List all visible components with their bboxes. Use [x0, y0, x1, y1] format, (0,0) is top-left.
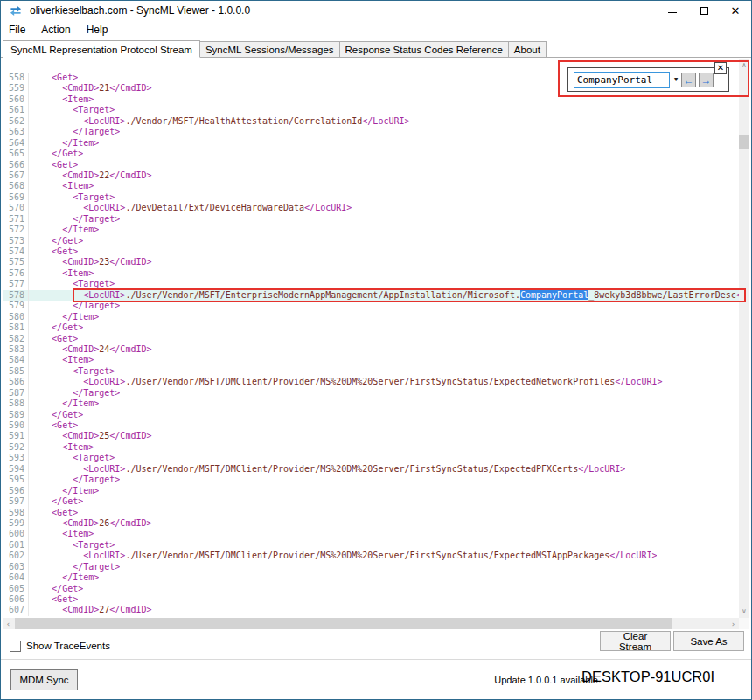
code-line-591[interactable]: 591 <CmdID>25</CmdID>: [3, 431, 739, 441]
code-line-604[interactable]: 604 </Item>: [3, 572, 739, 583]
code-line-590[interactable]: 590 <Get>: [3, 420, 739, 431]
line-number: 585: [3, 366, 29, 377]
find-previous-button[interactable]: ←: [681, 73, 696, 87]
search-match-selection: CompanyPortal: [520, 290, 588, 300]
code-line-600[interactable]: 600 <Item>: [3, 529, 739, 539]
menu-file[interactable]: File: [1, 21, 33, 38]
minimize-icon: [668, 12, 677, 13]
code-line-582[interactable]: 582 <Get>: [3, 334, 739, 344]
code-line-587[interactable]: 587 </Target>: [3, 388, 739, 399]
horizontal-scroll-thumb[interactable]: [15, 618, 672, 629]
code-line-592[interactable]: 592 <Item>: [3, 442, 739, 453]
minimize-button[interactable]: [657, 1, 688, 20]
tab-status-codes[interactable]: Response Status Codes Reference: [339, 41, 509, 57]
vertical-scrollbar[interactable]: ∧ ∨: [739, 59, 749, 618]
code-line-571[interactable]: 571 </Target>: [3, 214, 739, 225]
line-number: 565: [3, 149, 29, 159]
code-line-572[interactable]: 572 </Item>: [3, 225, 739, 235]
code-line-594[interactable]: 594 <LocURI>./User/Vendor/MSFT/DMClient/…: [3, 464, 739, 475]
code-line-606[interactable]: 606 <Get>: [3, 594, 739, 605]
code-line-578[interactable]: 578 <LocURI>./User/Vendor/MSFT/Enterpris…: [3, 290, 739, 301]
vertical-scroll-thumb[interactable]: [739, 135, 749, 149]
clear-stream-button[interactable]: Clear Stream: [600, 631, 671, 651]
find-panel: ▼ ← → ✕: [567, 67, 729, 92]
code-line-562[interactable]: 562 <LocURI>./Vendor/MSFT/HealthAttestat…: [3, 116, 739, 127]
code-text: <Item>: [29, 442, 94, 453]
scroll-down-icon[interactable]: ∨: [739, 605, 749, 618]
code-line-561[interactable]: 561 <Target>: [3, 105, 739, 115]
search-input[interactable]: [574, 72, 670, 88]
code-line-603[interactable]: 603 </Target>: [3, 562, 739, 572]
code-text: <Target>: [29, 105, 115, 115]
code-line-573[interactable]: 573 </Get>: [3, 236, 739, 246]
code-line-607[interactable]: 607 <CmdID>27</CmdID>: [3, 605, 739, 615]
code-line-580[interactable]: 580 </Item>: [3, 312, 739, 322]
code-line-596[interactable]: 596 </Item>: [3, 486, 739, 496]
code-line-605[interactable]: 605 </Get>: [3, 584, 739, 594]
code-line-589[interactable]: 589 </Get>: [3, 410, 739, 420]
line-number: 599: [3, 518, 29, 529]
code-line-564[interactable]: 564 </Item>: [3, 138, 739, 149]
code-line-593[interactable]: 593 <Target>: [3, 453, 739, 463]
maximize-button[interactable]: [688, 1, 720, 20]
code-line-599[interactable]: 599 <CmdID>26</CmdID>: [3, 518, 739, 529]
close-button[interactable]: ✕: [720, 1, 751, 20]
code-line-566[interactable]: 566 <Get>: [3, 160, 739, 170]
code-line-574[interactable]: 574 <Get>: [3, 246, 739, 257]
line-number: 572: [3, 225, 29, 235]
line-number: 577: [3, 279, 29, 289]
code-text: <Get>: [29, 160, 78, 170]
code-line-569[interactable]: 569 <Target>: [3, 192, 739, 203]
code-line-570[interactable]: 570 <LocURI>./DevDetail/Ext/DeviceHardwa…: [3, 203, 739, 213]
code-line-563[interactable]: 563 </Target>: [3, 127, 739, 137]
line-number: 606: [3, 594, 29, 605]
tab-about[interactable]: About: [508, 41, 547, 57]
find-next-button[interactable]: →: [699, 73, 714, 87]
menu-action[interactable]: Action: [33, 21, 78, 38]
tab-sessions-messages[interactable]: SyncML Sessions/Messages: [199, 41, 340, 57]
title-bar: oliverkieselbach.com - SyncML Viewer - 1…: [1, 1, 751, 20]
code-line-601[interactable]: 601 <Target>: [3, 540, 739, 551]
code-line-595[interactable]: 595 </Target>: [3, 475, 739, 485]
line-number: 560: [3, 94, 29, 105]
syncml-stream-editor[interactable]: 558 <Get>559 <CmdID>21</CmdID>560 <Item>…: [3, 59, 749, 629]
code-line-602[interactable]: 602 <LocURI>./User/Vendor/MSFT/DMClient/…: [3, 551, 739, 561]
line-number: 598: [3, 508, 29, 518]
code-line-584[interactable]: 584 <Item>: [3, 355, 739, 365]
horizontal-scrollbar[interactable]: ‹ ›: [3, 618, 739, 629]
code-line-581[interactable]: 581 </Get>: [3, 322, 739, 333]
code-line-585[interactable]: 585 <Target>: [3, 366, 739, 377]
code-text: <Target>: [29, 366, 115, 377]
code-line-560[interactable]: 560 <Item>: [3, 94, 739, 105]
line-number: 602: [3, 551, 29, 561]
code-line-598[interactable]: 598 <Get>: [3, 508, 739, 518]
device-name: DESKTOP-91UCR0I: [581, 669, 714, 685]
code-text: </Item>: [29, 225, 99, 235]
code-line-575[interactable]: 575 <CmdID>23</CmdID>: [3, 257, 739, 267]
code-line-568[interactable]: 568 <Item>: [3, 181, 739, 191]
code-line-576[interactable]: 576 <Item>: [3, 268, 739, 279]
code-line-586[interactable]: 586 <LocURI>./User/Vendor/MSFT/DMClient/…: [3, 377, 739, 387]
line-number: 580: [3, 312, 29, 322]
menu-help[interactable]: Help: [79, 21, 116, 38]
code-line-583[interactable]: 583 <CmdID>24</CmdID>: [3, 344, 739, 355]
line-number: 567: [3, 170, 29, 181]
code-line-597[interactable]: 597 </Get>: [3, 496, 739, 507]
code-line-565[interactable]: 565 </Get>: [3, 149, 739, 159]
save-as-button[interactable]: Save As: [673, 631, 744, 651]
code-text: <CmdID>22</CmdID>: [29, 170, 152, 181]
chevron-down-icon[interactable]: ▼: [674, 76, 678, 83]
arrow-right-icon: →: [701, 74, 712, 87]
code-text: <CmdID>24</CmdID>: [29, 344, 152, 355]
code-line-579[interactable]: 579 </Target>: [3, 301, 739, 311]
scroll-right-icon[interactable]: ›: [728, 618, 739, 629]
tab-protocol-stream[interactable]: SyncML Representation Protocol Stream: [3, 40, 200, 58]
code-line-588[interactable]: 588 </Item>: [3, 399, 739, 409]
show-trace-events-checkbox[interactable]: [10, 641, 21, 652]
code-line-567[interactable]: 567 <CmdID>22</CmdID>: [3, 170, 739, 181]
find-close-button[interactable]: ✕: [714, 62, 727, 74]
scroll-up-icon[interactable]: ∧: [739, 59, 749, 72]
scroll-left-icon[interactable]: ‹: [3, 618, 14, 629]
mdm-sync-button[interactable]: MDM Sync: [10, 669, 78, 690]
code-line-577[interactable]: 577 <Target>: [3, 279, 739, 289]
